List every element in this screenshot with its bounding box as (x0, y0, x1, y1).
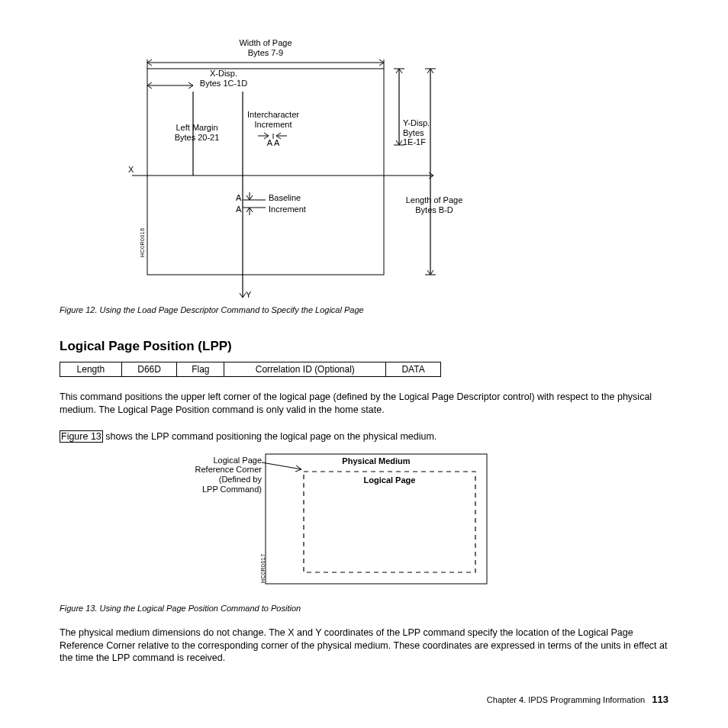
x-axis-label: X (128, 165, 134, 175)
table-cell: DATA (386, 362, 441, 377)
logical-page-ref-label: Logical Page Reference Corner (Defined b… (189, 456, 262, 494)
intercharacter-label: Intercharacter Increment (243, 110, 304, 129)
left-margin-label: Left Margin Bytes 20-21 (166, 123, 227, 142)
table-cell: Flag (177, 362, 224, 377)
aa-label: A A (258, 138, 288, 148)
y-axis-label: Y (246, 290, 251, 300)
page-number: 113 (652, 694, 668, 705)
width-of-page-label: Width of Page Bytes 7-9 (147, 38, 384, 57)
figure-13: Logical Page Reference Corner (Defined b… (147, 451, 498, 588)
figure-12-caption: Figure 12. Using the Load Page Descripto… (60, 305, 668, 314)
x-disp-label: X-Disp. Bytes 1C-1D (193, 69, 254, 88)
chapter-label: Chapter 4. IPDS Programming Information (487, 695, 645, 704)
logical-page-label: Logical Page (304, 475, 475, 485)
y-disp-label: Y-Disp. Bytes 1E-1F (403, 118, 441, 147)
figure-13-link[interactable]: Figure 13 (60, 430, 103, 443)
page-footer: Chapter 4. IPDS Programming Information … (487, 694, 668, 705)
paragraph-1: This command positions the upper left co… (60, 391, 668, 417)
figure-13-caption: Figure 13. Using the Logical Page Positi… (60, 604, 668, 613)
section-heading: Logical Page Position (LPP) (60, 339, 668, 354)
figure-12-code: HC0R0016 (140, 227, 146, 257)
table-cell: D66D (121, 362, 176, 377)
increment2-label: Increment (269, 205, 306, 214)
length-of-page-label: Length of Page Bytes B-D (400, 195, 469, 214)
table-cell: Length (60, 362, 122, 377)
figure-12: Width of Page Bytes 7-9 X-Disp. Bytes 1C… (128, 46, 456, 298)
figure-13-code: HC0R0017 (260, 553, 266, 583)
paragraph-2: Figure 13 shows the LPP command position… (60, 430, 668, 443)
table-cell: Correlation ID (Optional) (224, 362, 386, 377)
physical-medium-label: Physical Medium (266, 456, 487, 466)
svg-rect-21 (266, 454, 487, 584)
baseline-label: Baseline (269, 193, 301, 203)
paragraph-3: The physical medium dimensions do not ch… (60, 627, 668, 665)
command-format-table: Length D66D Flag Correlation ID (Optiona… (60, 362, 441, 377)
a2-label: A (236, 205, 241, 214)
a1-label: A (236, 193, 241, 203)
svg-rect-22 (304, 472, 475, 572)
svg-rect-0 (147, 69, 384, 275)
